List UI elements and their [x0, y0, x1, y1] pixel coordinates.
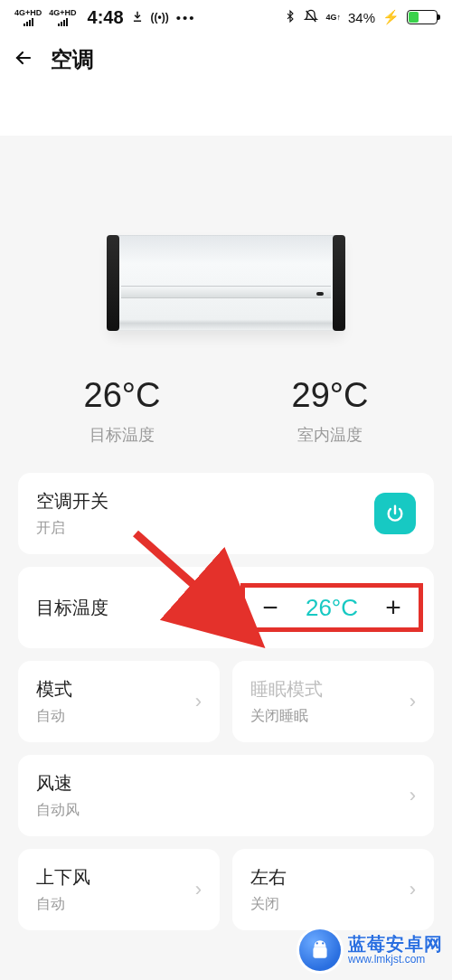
back-button[interactable]	[13, 47, 34, 72]
chevron-right-icon: ›	[410, 878, 416, 901]
sleep-value: 关闭睡眠	[250, 707, 323, 726]
signal-1: 4G+HD	[14, 9, 42, 26]
fan-title: 风速	[36, 771, 80, 796]
bolt-icon: ⚡	[382, 9, 400, 25]
watermark-logo-icon	[299, 929, 341, 971]
status-bar: 4G+HD 4G+HD 4:48 ((•)) ••• 4G↑ 34% ⚡	[0, 0, 452, 34]
target-temp-value: 26°C	[299, 594, 364, 622]
page-title: 空调	[51, 45, 94, 74]
target-temp-label: 目标温度	[36, 596, 108, 620]
swing-h-title: 左右	[250, 865, 287, 890]
navbar: 空调	[0, 34, 452, 85]
signal-2: 4G+HD	[49, 9, 76, 26]
bluetooth-icon	[284, 9, 297, 26]
chevron-right-icon: ›	[410, 784, 416, 807]
mode-card[interactable]: 模式 自动 ›	[18, 661, 220, 742]
dnd-icon	[304, 9, 318, 26]
target-temp-display: 26°C 目标温度	[84, 376, 161, 446]
ac-illustration	[108, 235, 344, 331]
battery-icon	[407, 10, 438, 24]
fan-value: 自动风	[36, 801, 80, 820]
more-icon: •••	[176, 10, 196, 25]
watermark-brand: 蓝莓安卓网	[348, 934, 443, 954]
watermark-url: www.lmkjst.com	[348, 954, 443, 966]
svg-point-2	[316, 942, 318, 944]
power-card[interactable]: 空调开关 开启	[18, 473, 434, 554]
target-temp-control-highlight: − 26°C +	[240, 583, 423, 632]
chevron-right-icon: ›	[195, 690, 202, 713]
watermark: 蓝莓安卓网 www.lmkjst.com	[299, 929, 443, 971]
battery-pct: 34%	[348, 10, 375, 25]
power-button[interactable]	[374, 493, 416, 534]
temp-increase-button[interactable]: +	[373, 589, 413, 626]
chevron-right-icon: ›	[195, 878, 202, 901]
room-temp-display: 29°C 室内温度	[292, 376, 369, 446]
swing-v-value: 自动	[36, 895, 90, 914]
sleep-mode-card[interactable]: 睡眠模式 关闭睡眠 ›	[232, 661, 434, 742]
swing-h-value: 关闭	[250, 895, 287, 914]
status-clock: 4:48	[88, 7, 124, 28]
mode-value: 自动	[36, 707, 72, 726]
download-icon	[131, 10, 144, 25]
svg-point-3	[322, 942, 324, 944]
navbar-subtitle-area	[0, 85, 452, 136]
temp-decrease-button[interactable]: −	[250, 589, 290, 626]
chevron-right-icon: ›	[410, 690, 416, 713]
network-type: 4G↑	[325, 14, 341, 22]
sleep-title: 睡眠模式	[250, 677, 323, 702]
swing-horizontal-card[interactable]: 左右 关闭 ›	[232, 849, 434, 930]
mode-title: 模式	[36, 677, 72, 702]
hotspot-icon: ((•))	[151, 11, 169, 24]
power-state: 开启	[36, 519, 108, 538]
svg-rect-1	[313, 947, 326, 958]
fan-speed-card[interactable]: 风速 自动风 ›	[18, 755, 434, 836]
power-title: 空调开关	[36, 489, 108, 514]
swing-v-title: 上下风	[36, 865, 90, 890]
target-temp-card: 目标温度 − 26°C +	[18, 567, 434, 648]
swing-vertical-card[interactable]: 上下风 自动 ›	[18, 849, 220, 930]
